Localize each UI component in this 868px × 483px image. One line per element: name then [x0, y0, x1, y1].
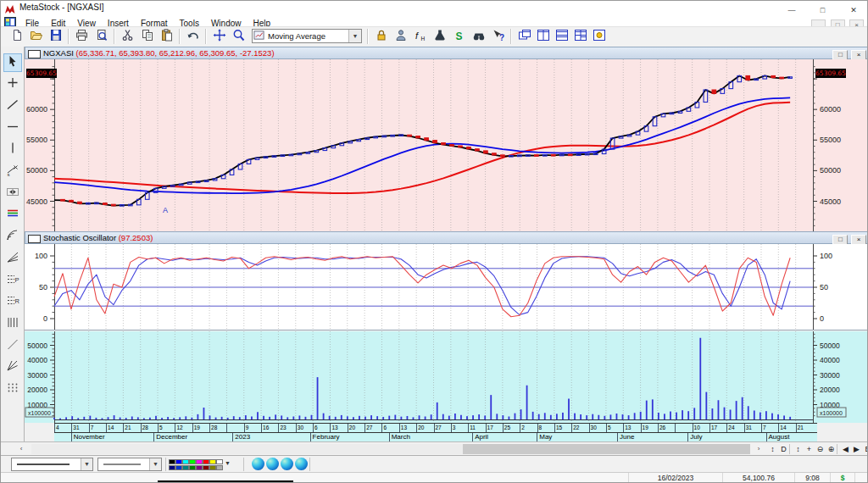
scroll-right-icon[interactable]: › [752, 444, 765, 454]
plot-button[interactable] [431, 28, 449, 45]
page-d-icon[interactable]: D [778, 444, 789, 454]
color-swatch[interactable] [216, 465, 223, 470]
stochastic-chart[interactable]: 005050100100 [25, 244, 868, 330]
paste-button[interactable] [158, 28, 176, 45]
menu-bar: FileEditViewInsertFormatToolsWindowHelp … [1, 14, 867, 26]
fib-fan-tool[interactable] [3, 249, 22, 268]
open-button[interactable] [27, 28, 46, 45]
indicator-button[interactable]: fH [411, 28, 430, 45]
save-button[interactable] [47, 28, 65, 45]
globe-icon[interactable] [295, 458, 308, 470]
scrollbar-track[interactable] [31, 444, 750, 454]
vertical-line-tool[interactable] [3, 141, 22, 159]
tile-vertical-button[interactable] [534, 28, 553, 45]
color-swatch[interactable] [189, 459, 196, 464]
color-swatch[interactable] [182, 459, 189, 464]
indicator-quicklist-dropdown[interactable]: Moving Average▼ [252, 29, 362, 43]
day-tick-label [675, 424, 692, 432]
color-swatch[interactable] [196, 459, 203, 464]
color-swatch[interactable] [169, 465, 175, 470]
svg-text:100: 100 [820, 252, 832, 260]
color-swatch[interactable] [209, 459, 216, 464]
chevron-down-icon: ▼ [149, 458, 161, 470]
step-left-icon[interactable]: ◀ [840, 444, 851, 454]
volume-chart[interactable]: 1000010000200002000030000300004000040000… [25, 331, 868, 423]
delete-semilog-tool[interactable]: s [3, 163, 22, 181]
svg-text:s: s [8, 172, 10, 177]
grid-tool[interactable] [3, 380, 22, 399]
lock-button[interactable] [372, 28, 391, 45]
color-swatch[interactable] [216, 459, 223, 464]
color-swatch[interactable] [169, 459, 175, 464]
stochastic-panel-title: Stochastic Oscillator [43, 233, 116, 242]
step-right-icon[interactable]: ▶ [851, 444, 862, 454]
day-tick-label: 4 [54, 424, 71, 432]
tile-grid-button[interactable] [571, 28, 590, 45]
cut-button[interactable] [119, 28, 137, 45]
color-swatch[interactable] [203, 465, 209, 470]
color-swatch[interactable] [175, 459, 182, 464]
scrollbar-thumb[interactable] [463, 444, 750, 454]
chevron-down-icon[interactable]: ▼ [225, 460, 231, 466]
horizontal-line-tool[interactable] [3, 119, 22, 137]
svg-text:50000: 50000 [820, 166, 841, 175]
scroll-left-icon[interactable]: ‹ [14, 444, 28, 454]
move-button[interactable] [210, 28, 229, 45]
zoom-in-icon[interactable]: ⊕ [826, 444, 837, 454]
move-chart-icon[interactable]: + [804, 444, 815, 454]
explorer-button[interactable] [470, 28, 488, 45]
price-chart[interactable]: 4500045000500005000055000550006000060000… [25, 59, 868, 231]
pointer-tool[interactable] [3, 53, 22, 72]
fib-retracement-tool[interactable]: R [3, 293, 22, 312]
color-swatch[interactable] [189, 465, 196, 470]
color-palette[interactable]: ▼ [169, 458, 235, 471]
print-button[interactable] [73, 28, 92, 45]
color-swatch[interactable] [175, 465, 182, 470]
fib-projection-tool[interactable]: P [3, 271, 22, 290]
collapse-box-icon[interactable] [28, 50, 41, 58]
arrange-button[interactable] [590, 28, 609, 45]
fib-arcs-tool[interactable] [3, 228, 22, 247]
color-swatch[interactable] [196, 465, 203, 470]
expand-tool[interactable] [3, 184, 22, 203]
price-panel-titlebar[interactable]: NGXASI (65,336.71, 65,393.80, 65,212.96,… [25, 47, 868, 59]
color-swatch[interactable] [209, 465, 216, 470]
trendline-tool[interactable] [3, 97, 22, 115]
chart-area: NGXASI (65,336.71, 65,393.80, 65,212.96,… [25, 47, 868, 441]
metastock-window: MetaStock - [NGXASI] — □ ✕ FileEditViewI… [0, 0, 868, 483]
print-preview-button[interactable] [92, 28, 111, 45]
line-style-sample [17, 460, 73, 469]
save-icon [49, 29, 63, 45]
globe-icon[interactable] [252, 458, 264, 470]
copy-button[interactable] [138, 28, 157, 45]
fib-timezones-tool[interactable] [3, 314, 22, 333]
tile-horizontal-button[interactable] [553, 28, 571, 45]
collapse-box-icon[interactable] [28, 235, 41, 243]
svg-text:50: 50 [39, 283, 47, 291]
expert-advisor-button[interactable] [392, 28, 410, 45]
cascade-button[interactable] [515, 28, 534, 45]
speed-line-tool[interactable] [3, 336, 22, 355]
crosshair-tool[interactable] [3, 75, 22, 94]
multi-color-trend-tool[interactable] [3, 206, 22, 225]
color-swatch[interactable] [182, 465, 189, 470]
context-help-button[interactable]: ? [489, 28, 508, 45]
day-tick-label: 14 [778, 424, 795, 432]
status-index-value: 54,100.76 [722, 473, 794, 483]
stochastic-panel-titlebar[interactable]: Stochastic Oscillator (97.2503) □ × [25, 231, 868, 244]
menu-items: FileEditViewInsertFormatToolsWindowHelp [19, 14, 276, 26]
undo-button[interactable] [184, 28, 203, 45]
globe-icon[interactable] [266, 458, 279, 470]
line-weight-dropdown[interactable]: ▼ [97, 458, 162, 471]
color-swatch[interactable] [203, 459, 209, 464]
new-button[interactable] [8, 28, 26, 45]
zoom-button[interactable] [230, 28, 248, 45]
end-icon[interactable]: E [862, 444, 868, 454]
fit-vertical-icon[interactable]: ↕ [767, 444, 778, 454]
line-style-dropdown[interactable]: ▼ [11, 458, 93, 471]
zoom-out-icon[interactable]: ⊖ [815, 444, 826, 454]
scale-vertical-icon[interactable]: ↕ [793, 444, 804, 454]
gann-fan-tool[interactable] [3, 358, 22, 377]
system-tester-button[interactable]: S [450, 28, 469, 45]
globe-icon[interactable] [281, 458, 293, 470]
